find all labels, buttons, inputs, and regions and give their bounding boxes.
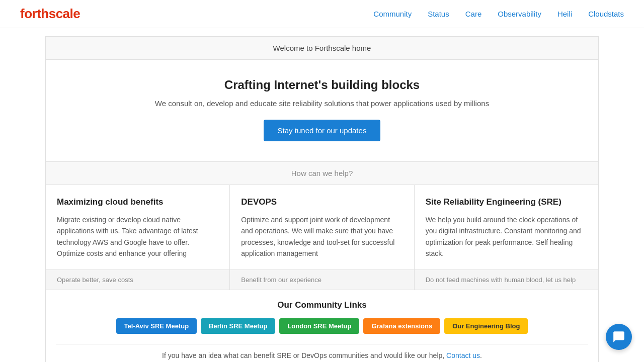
- welcome-bar: Welcome to Forthscale home: [45, 36, 599, 60]
- chat-icon: [612, 330, 625, 343]
- main-nav: Community Status Care Observability Heil…: [373, 10, 624, 18]
- community-title: Our Community Links: [56, 300, 588, 310]
- contact-us-link[interactable]: Contact us: [446, 351, 480, 359]
- nav-cloudstats[interactable]: Cloudstats: [588, 10, 624, 18]
- card-devops-footer: Benefit from our experience: [230, 269, 414, 290]
- card-devops-text: Optimize and support joint work of devel…: [241, 214, 403, 259]
- card-sre: Site Reliability Engineering (SRE) We he…: [415, 185, 598, 290]
- community-link-telaviv[interactable]: Tel-Aviv SRE Meetup: [116, 318, 197, 334]
- cta-button[interactable]: Stay tuned for our updates: [264, 120, 381, 141]
- card-sre-body: Site Reliability Engineering (SRE) We he…: [415, 185, 598, 269]
- card-sre-text: We help you build around the clock opera…: [426, 214, 587, 259]
- community-footer: If you have an idea what can benefit SRE…: [56, 344, 588, 362]
- community-link-berlin[interactable]: Berlin SRE Meetup: [201, 318, 275, 334]
- hero-section: Crafting Internet's building blocks We c…: [45, 60, 599, 162]
- card-devops: DEVOPS Optimize and support joint work o…: [230, 185, 414, 290]
- community-footer-text: If you have an idea what can benefit SRE…: [162, 351, 446, 359]
- community-link-blog[interactable]: Our Engineering Blog: [444, 318, 528, 334]
- community-links-row: Tel-Aviv SRE Meetup Berlin SRE Meetup Lo…: [56, 318, 588, 344]
- card-cloud-body: Maximizing cloud benefits Migrate existi…: [46, 185, 229, 269]
- card-cloud-text: Migrate existing or develop cloud native…: [57, 214, 218, 259]
- hero-title: Crafting Internet's building blocks: [66, 78, 578, 92]
- content-stack: Welcome to Forthscale home Crafting Inte…: [45, 36, 599, 362]
- community-link-grafana[interactable]: Grafana extensions: [363, 318, 440, 334]
- nav-care[interactable]: Care: [465, 10, 482, 18]
- hero-subtitle: We consult on, develop and educate site …: [66, 99, 578, 108]
- nav-heili[interactable]: Heili: [557, 10, 572, 18]
- nav-status[interactable]: Status: [428, 10, 449, 18]
- card-cloud-title: Maximizing cloud benefits: [57, 197, 218, 207]
- card-devops-title: DEVOPS: [241, 197, 403, 207]
- main-wrapper: Welcome to Forthscale home Crafting Inte…: [35, 36, 609, 362]
- nav-community[interactable]: Community: [373, 10, 412, 18]
- card-devops-body: DEVOPS Optimize and support joint work o…: [230, 185, 414, 269]
- card-cloud-footer: Operate better, save costs: [46, 269, 229, 290]
- community-footer-end: .: [480, 351, 482, 359]
- card-sre-footer: Do not feed machines with human blood, l…: [415, 269, 598, 290]
- card-cloud: Maximizing cloud benefits Migrate existi…: [46, 185, 230, 290]
- cards-row: Maximizing cloud benefits Migrate existi…: [45, 185, 599, 290]
- nav-observability[interactable]: Observability: [498, 10, 541, 18]
- community-section: Our Community Links Tel-Aviv SRE Meetup …: [45, 290, 599, 362]
- logo[interactable]: forthscale: [20, 6, 80, 22]
- header: forthscale Community Status Care Observa…: [0, 0, 644, 28]
- chat-button[interactable]: [606, 324, 632, 350]
- help-bar: How can we help?: [45, 162, 599, 185]
- card-sre-title: Site Reliability Engineering (SRE): [426, 197, 587, 207]
- community-link-london[interactable]: London SRE Meetup: [279, 318, 359, 334]
